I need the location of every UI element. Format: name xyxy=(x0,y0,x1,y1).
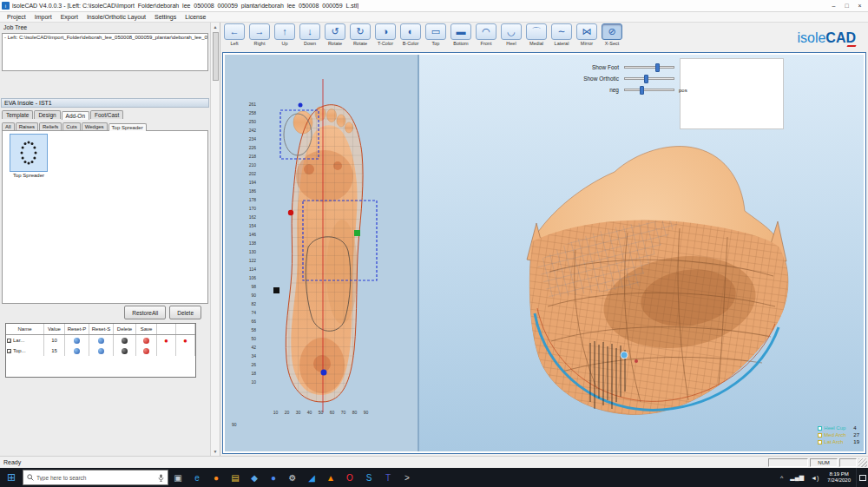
legend-checkbox[interactable] xyxy=(818,433,822,438)
control-point-blue[interactable] xyxy=(321,370,327,376)
settings-icon[interactable]: ⚙ xyxy=(283,468,302,487)
subtab[interactable]: All xyxy=(2,122,15,130)
mic-icon[interactable] xyxy=(158,474,164,482)
tab[interactable]: Add-On xyxy=(62,111,89,120)
skype-icon[interactable]: S xyxy=(359,468,378,487)
mesh-marker-point[interactable] xyxy=(635,359,638,363)
delete-button[interactable]: Delete xyxy=(169,306,201,319)
taskbar-clock[interactable]: 8:19 PM 7/24/2020 xyxy=(822,471,856,484)
info-panel xyxy=(680,58,784,129)
subtab[interactable]: Wedges xyxy=(82,122,108,130)
row-delete-button[interactable] xyxy=(122,348,128,354)
vscode-icon[interactable]: ◢ xyxy=(302,468,321,487)
origin-label: 90 xyxy=(232,422,237,427)
subtab[interactable]: Top Spreader xyxy=(108,123,147,131)
menu-item[interactable]: Project xyxy=(3,14,30,20)
volume-icon[interactable]: ◄) xyxy=(807,475,822,481)
control-point-red[interactable] xyxy=(288,210,293,215)
ruler-y-label: 194 xyxy=(242,178,256,187)
plantar-2d-pane[interactable]: 261 258 250 242 234 226 218 xyxy=(225,55,418,451)
scroll-up-icon[interactable]: ▲ xyxy=(214,23,218,31)
firefox-icon[interactable]: ● xyxy=(207,468,226,487)
menu-item[interactable]: Insole/Orthotic Layout xyxy=(82,14,150,20)
subtab[interactable]: Cuts xyxy=(62,122,80,130)
reset-p-button[interactable] xyxy=(74,348,80,354)
photos-icon[interactable]: ◆ xyxy=(245,468,264,487)
tab[interactable]: Design xyxy=(34,110,60,119)
top-view-button[interactable]: ▭ Top xyxy=(424,23,448,46)
reset-p-button[interactable] xyxy=(74,338,80,344)
show-foot-thumb[interactable] xyxy=(655,63,660,72)
reset-s-button[interactable] xyxy=(98,338,104,344)
chrome-icon[interactable]: ● xyxy=(264,468,283,487)
row-delete-button[interactable] xyxy=(122,338,128,344)
left-button[interactable]: ← Left xyxy=(222,23,247,46)
subtab[interactable]: Raises xyxy=(16,122,38,130)
b-color-button[interactable]: ◐ B-Color xyxy=(398,23,423,46)
scroll-down-icon[interactable]: ▼ xyxy=(214,447,218,456)
show-orthotic-slider[interactable] xyxy=(624,77,674,80)
menu-item[interactable]: License xyxy=(181,14,210,20)
search-input[interactable]: Type here to search xyxy=(36,475,155,481)
row-save-button[interactable] xyxy=(143,338,149,344)
start-button[interactable]: ⊞ xyxy=(0,468,23,487)
resize-grip[interactable] xyxy=(858,458,867,467)
row-checkbox[interactable]: ✓ xyxy=(7,339,11,343)
legend-row: Lat Arch 19 xyxy=(818,438,859,445)
reset-s-button[interactable] xyxy=(98,348,104,354)
row-save-button[interactable] xyxy=(143,348,149,354)
medial-view-button[interactable]: ⌒ Medial xyxy=(524,23,549,46)
x-sect-button[interactable]: ⊘ X-Sect xyxy=(600,23,624,46)
mesh-control-point[interactable] xyxy=(621,352,628,359)
taskbar-search[interactable]: Type here to search xyxy=(23,470,168,485)
opera-icon[interactable]: O xyxy=(340,468,359,487)
down-button[interactable]: ↓ Down xyxy=(298,23,322,46)
t-color-button[interactable]: ◑ T-Color xyxy=(373,23,398,46)
menu-item[interactable]: Export xyxy=(56,14,82,20)
scroll-thumb[interactable] xyxy=(213,32,219,81)
task-view-icon[interactable]: ▣ xyxy=(168,468,187,487)
front-view-button[interactable]: ◠ Front xyxy=(474,23,498,46)
menu-item[interactable]: Settings xyxy=(150,14,181,20)
lateral-view-button[interactable]: ∼ Lateral xyxy=(549,23,574,46)
bottom-view-button[interactable]: ▬ Bottom xyxy=(449,23,473,46)
tab[interactable]: Foot/Cast xyxy=(90,110,123,119)
control-point-black[interactable] xyxy=(273,287,279,293)
close-button[interactable]: × xyxy=(853,1,866,10)
show-foot-slider[interactable] xyxy=(624,66,674,69)
left-scrollbar[interactable]: ▲ ▼ xyxy=(210,23,220,456)
ruler-y-label: 98 xyxy=(242,282,256,291)
edge-icon[interactable]: e xyxy=(187,468,207,487)
legend-label: Med Arch xyxy=(824,432,852,438)
network-icon[interactable]: ▂▄▆ xyxy=(786,474,807,481)
legend-checkbox[interactable] xyxy=(818,426,822,431)
orthotic-3d-pane[interactable]: Show Foot Show Orthotic ne xyxy=(419,55,864,451)
vlc-icon[interactable]: ▲ xyxy=(321,468,340,487)
legend-checkbox[interactable] xyxy=(818,440,822,444)
tab[interactable]: Template xyxy=(2,110,33,119)
action-center-button[interactable] xyxy=(856,468,868,487)
heel-view-button[interactable]: ◡ Heel xyxy=(499,23,523,46)
subtab[interactable]: Reliefs xyxy=(39,122,62,130)
terminal-icon[interactable]: > xyxy=(398,468,417,487)
control-point-top[interactable] xyxy=(299,103,303,108)
top-spreader-tile[interactable]: Top Spreader xyxy=(5,134,52,178)
menu-item[interactable]: Import xyxy=(30,14,56,20)
tray-expand-icon[interactable]: ^ xyxy=(777,475,786,481)
show-orthotic-thumb[interactable] xyxy=(644,75,648,83)
rotate-ccw-button[interactable]: ↺ Rotate xyxy=(323,23,347,46)
restore-all-button[interactable]: RestoreAll xyxy=(124,306,166,319)
rotate-cw-button[interactable]: ↻ Rotate xyxy=(348,23,372,46)
job-tree-item[interactable]: - Left: C:\isoleCAD\Import_Folder\debora… xyxy=(3,34,207,41)
row-checkbox[interactable]: ✓ xyxy=(7,349,11,353)
neg-pos-thumb[interactable] xyxy=(640,86,644,95)
file-explorer-icon[interactable]: ▤ xyxy=(226,468,245,487)
right-button[interactable]: → Right xyxy=(247,23,272,46)
control-point-green[interactable] xyxy=(354,230,360,236)
teams-icon[interactable]: T xyxy=(378,468,398,487)
minimize-button[interactable]: – xyxy=(827,1,840,10)
maximize-button[interactable]: □ xyxy=(840,1,853,10)
mirror-button[interactable]: ⋈ Mirror xyxy=(575,23,599,46)
up-button[interactable]: ↑ Up xyxy=(273,23,297,46)
neg-pos-slider[interactable] xyxy=(624,89,674,91)
